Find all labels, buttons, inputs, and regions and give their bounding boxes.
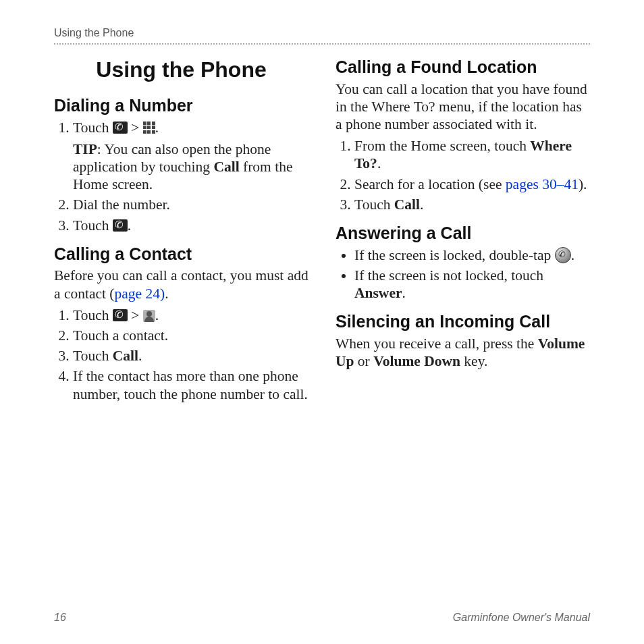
bullet-tail: . — [571, 247, 574, 263]
page-link-24[interactable]: page 24) — [115, 286, 165, 302]
found-step-1: From the Home screen, touch Where To?. — [354, 137, 590, 172]
intro-text: Before you can call a contact, you must … — [54, 267, 308, 301]
heading-answer: Answering a Call — [336, 223, 590, 244]
heading-contact: Calling a Contact — [54, 244, 308, 265]
lock-phone-icon — [555, 247, 571, 263]
page-title: Using the Phone — [54, 57, 308, 83]
contact-icon — [143, 310, 155, 322]
phone-icon — [113, 122, 128, 134]
contact-step-1: Touch > . — [73, 306, 308, 324]
bullet-tail: . — [402, 285, 405, 301]
phone-icon — [113, 219, 128, 232]
answer-bullet-1: If the screen is locked, double-tap . — [354, 246, 590, 264]
dialpad-icon — [143, 122, 155, 134]
step-tail: . — [377, 155, 381, 171]
dialing-step-3: Touch . — [73, 217, 308, 234]
contact-step-3: Touch Call. — [73, 347, 308, 365]
contact-intro: Before you can call a contact, you must … — [54, 267, 308, 302]
bullet-text: If the screen is not locked, touch — [354, 267, 543, 284]
step-suffix: . — [155, 119, 159, 136]
bullet-text: If the screen is locked, double-tap — [354, 247, 555, 263]
call-bold: Call — [113, 348, 138, 364]
step-suffix: . — [128, 217, 131, 234]
silence-a: When you receive a call, press the — [336, 336, 538, 352]
step-sep: > — [128, 119, 143, 136]
silence-e: key. — [460, 353, 487, 369]
step-text: Touch — [73, 307, 113, 323]
step-tail: . — [138, 348, 142, 364]
dialing-step-2: Dial the number. — [73, 196, 308, 213]
column-right: Calling a Found Location You can call a … — [336, 51, 590, 598]
heading-dialing: Dialing a Number — [54, 95, 308, 116]
found-steps: From the Home screen, touch Where To?. S… — [336, 137, 590, 213]
silence-c: or — [354, 353, 373, 369]
step-text: Touch — [73, 217, 113, 234]
phone-icon — [113, 309, 128, 321]
found-step-3: Touch Call. — [354, 196, 590, 213]
step-text: Touch — [354, 196, 394, 213]
page-link-30-41[interactable]: pages 30–41 — [506, 176, 579, 192]
heading-silence: Silencing an Incoming Call — [336, 311, 590, 332]
step-text: Touch — [73, 119, 113, 136]
step-suffix: . — [155, 307, 159, 323]
answer-bullets: If the screen is locked, double-tap . If… — [336, 246, 590, 302]
step-text: Touch — [73, 348, 113, 364]
running-header: Using the Phone — [54, 27, 590, 45]
dialing-step-1: Touch > . TIP: You can also open the pho… — [73, 119, 308, 194]
contact-steps: Touch > . Touch a contact. Touch Call. I… — [54, 306, 308, 403]
dialing-steps: Touch > . TIP: You can also open the pho… — [54, 119, 308, 234]
step-sep: > — [128, 307, 143, 323]
answer-bullet-2: If the screen is not locked, touch Answe… — [354, 267, 590, 302]
intro-tail: . — [165, 286, 168, 302]
tip-bold: Call — [213, 159, 239, 175]
step-text: Search for a location (see — [354, 176, 506, 192]
heading-found: Calling a Found Location — [336, 57, 590, 78]
dialing-tip: TIP: You can also open the phone applica… — [73, 140, 308, 194]
tip-label: TIP — [73, 141, 97, 157]
found-intro: You can call a location that you have fo… — [336, 80, 590, 134]
page-number: 16 — [54, 612, 66, 624]
answer-bold: Answer — [354, 285, 402, 301]
manual-page: Using the Phone Using the Phone Dialing … — [0, 0, 644, 644]
found-step-2: Search for a location (see pages 30–41). — [354, 176, 590, 193]
contact-step-4: If the contact has more than one phone n… — [73, 367, 308, 402]
page-footer: 16 Garminfone Owner's Manual — [54, 612, 590, 624]
step-text: From the Home screen, touch — [354, 138, 530, 154]
call-bold: Call — [394, 196, 420, 213]
silence-body: When you receive a call, press the Volum… — [336, 335, 590, 370]
step-tail: . — [420, 196, 423, 213]
step-tail: ). — [579, 176, 587, 192]
content-columns: Using the Phone Dialing a Number Touch >… — [54, 51, 590, 598]
column-left: Using the Phone Dialing a Number Touch >… — [54, 51, 308, 598]
manual-title: Garminfone Owner's Manual — [453, 612, 590, 624]
volume-down-bold: Volume Down — [373, 353, 460, 369]
contact-step-2: Touch a contact. — [73, 327, 308, 344]
